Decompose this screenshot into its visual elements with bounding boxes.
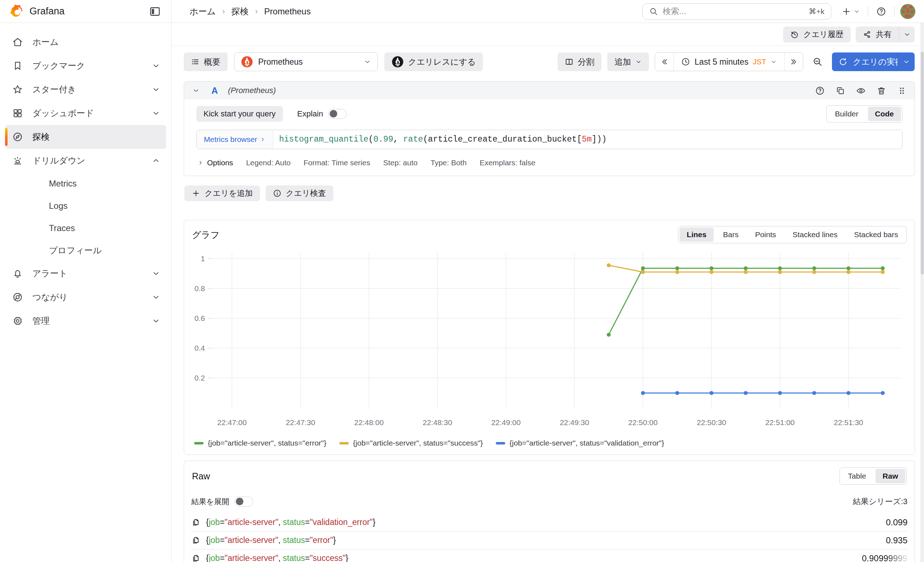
sidebar-item-starred[interactable]: スター付き	[5, 78, 166, 101]
outline-button[interactable]: 概要	[184, 52, 228, 71]
promql-token: article_create_duration_bucket	[428, 135, 577, 144]
queryless-button[interactable]: クエリレスにする	[384, 52, 483, 71]
run-query-caret-button[interactable]	[897, 52, 915, 71]
starred-icon	[12, 84, 23, 95]
home-icon	[12, 37, 23, 48]
legend-label: {job="article-server", status="error"}	[208, 439, 327, 447]
legend-item[interactable]: {job="article-server", status="validatio…	[496, 439, 664, 447]
query-ref-id: A	[212, 85, 218, 96]
duplicate-icon[interactable]	[836, 86, 845, 96]
sidebar-item-explore[interactable]: 探検	[5, 125, 166, 149]
metrics-browser-button[interactable]: Metrics browser	[196, 130, 273, 149]
raw-results: {job="article-server", status="validatio…	[191, 514, 908, 562]
grafana-logo-icon	[9, 4, 24, 19]
sidebar-item-home[interactable]: ホーム	[5, 30, 166, 54]
sidebar-item-label: つながり	[32, 291, 152, 303]
query-history-button[interactable]: クエリ履歴	[783, 27, 850, 42]
sidebar-item-drilldown-traces[interactable]: Traces	[5, 217, 166, 239]
segment-option-table[interactable]: Table	[841, 469, 873, 483]
scrollbar-thumb[interactable]	[921, 52, 924, 274]
options-expander[interactable]: Options	[198, 159, 233, 167]
zoom-out-button[interactable]	[809, 53, 826, 70]
legend-item[interactable]: {job="article-server", status="success"}	[339, 439, 483, 447]
new-menu-button[interactable]	[839, 4, 862, 19]
segment-option-builder[interactable]: Builder	[828, 107, 866, 121]
segment-option-raw[interactable]: Raw	[876, 469, 905, 483]
copy-labels-icon[interactable]	[191, 518, 200, 527]
svg-text:22:48:00: 22:48:00	[354, 418, 384, 427]
chevron-down-icon[interactable]	[152, 61, 160, 70]
breadcrumb-item[interactable]: 探検	[231, 6, 248, 17]
segment-option-code[interactable]: Code	[868, 107, 902, 121]
split-button[interactable]: 分割	[558, 52, 602, 71]
chevron-down-icon[interactable]	[152, 316, 160, 325]
kick-start-label: Kick start your query	[204, 109, 276, 118]
segment-option-stacked-lines[interactable]: Stacked lines	[786, 228, 845, 242]
sidebar-dock-toggle[interactable]	[149, 5, 161, 18]
main-area: ホーム›探検›Prometheus ⌘+k クエリ履歴	[171, 0, 924, 562]
query-row-header[interactable]: A (Prometheus)	[184, 82, 915, 99]
svg-text:22:47:00: 22:47:00	[217, 418, 247, 427]
share-button[interactable]: 共有	[856, 27, 899, 42]
breadcrumb-item[interactable]: ホーム	[189, 6, 216, 17]
time-shift-forward-button[interactable]	[784, 53, 803, 71]
series-value: 0.099	[886, 517, 908, 528]
user-avatar[interactable]	[900, 4, 915, 19]
sidebar-item-drilldown-profiles[interactable]: プロフィール	[5, 239, 166, 262]
promql-expression-input[interactable]: histogram_quantile(0.99, rate(article_cr…	[273, 130, 902, 149]
chevron-down-icon[interactable]	[152, 293, 160, 301]
sidebar-item-dashboards[interactable]: ダッシュボード	[5, 101, 166, 125]
breadcrumb: ホーム›探検›Prometheus	[189, 6, 642, 17]
help-icon[interactable]	[815, 86, 825, 96]
series-value: 0.90999999	[862, 553, 908, 562]
time-shift-back-button[interactable]	[655, 53, 674, 71]
segment-option-bars[interactable]: Bars	[716, 228, 746, 242]
chevron-up-icon[interactable]	[152, 156, 160, 165]
promql-token: 0.99	[373, 135, 393, 144]
search-box[interactable]: ⌘+k	[642, 3, 831, 20]
svg-text:22:49:30: 22:49:30	[560, 418, 589, 427]
remove-query-icon[interactable]	[876, 86, 886, 96]
time-series-chart[interactable]: 0.20.40.60.8122:47:0022:47:3022:48:0022:…	[191, 247, 908, 435]
hide-response-icon[interactable]	[856, 86, 866, 96]
grafana-app: Grafana ホームブックマークスター付きダッシュボード探検ドリルダウンMet…	[0, 0, 924, 562]
legend-item[interactable]: {job="article-server", status="error"}	[194, 439, 327, 447]
chevron-down-icon[interactable]	[152, 85, 160, 94]
sidebar-item-drilldown-logs[interactable]: Logs	[5, 195, 166, 217]
chevron-down-icon[interactable]	[152, 109, 160, 117]
add-button[interactable]: 追加	[607, 52, 649, 71]
help-button[interactable]	[874, 4, 888, 19]
copy-labels-icon[interactable]	[191, 536, 200, 545]
expand-results-toggle[interactable]	[234, 497, 253, 507]
divider	[868, 6, 868, 17]
query-inspector-button[interactable]: クエリ検査	[266, 186, 333, 201]
sidebar-item-alerting[interactable]: アラート	[5, 262, 166, 285]
segment-option-stacked-bars[interactable]: Stacked bars	[847, 228, 905, 242]
sidebar-item-label: Logs	[49, 201, 160, 211]
time-range-label: Last 5 minutes	[694, 57, 748, 67]
option-format: Format: Time series	[303, 159, 370, 167]
segment-option-points[interactable]: Points	[748, 228, 783, 242]
svg-text:22:50:30: 22:50:30	[697, 418, 726, 427]
sidebar-item-bookmarks[interactable]: ブックマーク	[5, 54, 166, 78]
chevron-down-icon[interactable]	[152, 269, 160, 278]
drag-handle-icon[interactable]	[897, 86, 907, 96]
series-labels: {job="article-server", status="error"}	[206, 535, 880, 545]
datasource-picker[interactable]: Prometheus	[234, 52, 378, 71]
sidebar-item-drilldown-metrics[interactable]: Metrics	[5, 172, 166, 195]
time-range-button[interactable]: Last 5 minutes JST	[674, 53, 784, 71]
add-query-button[interactable]: クエリを追加	[184, 186, 260, 201]
run-query-label: クエリの実行	[853, 56, 897, 67]
sidebar-item-administration[interactable]: 管理	[5, 309, 166, 333]
kick-start-button[interactable]: Kick start your query	[196, 106, 283, 122]
scrollbar[interactable]	[920, 23, 924, 562]
share-caret-button[interactable]	[899, 27, 915, 42]
explain-toggle[interactable]	[328, 109, 347, 119]
run-query-button[interactable]: クエリの実行	[832, 52, 897, 71]
segment-option-lines[interactable]: Lines	[680, 228, 714, 242]
sidebar-item-connections[interactable]: つながり	[5, 285, 166, 309]
sidebar-item-drilldown[interactable]: ドリルダウン	[5, 149, 166, 172]
search-input[interactable]	[663, 6, 808, 16]
breadcrumb-item[interactable]: Prometheus	[264, 6, 310, 16]
copy-labels-icon[interactable]	[191, 554, 200, 562]
